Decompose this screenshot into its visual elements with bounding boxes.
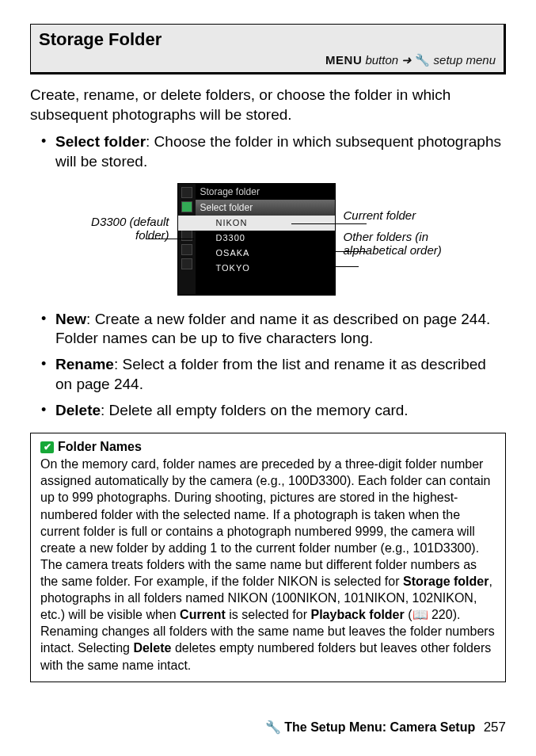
figure-area: D3300 (default folder) Storage folder Se…	[30, 183, 506, 296]
note-text: is selected for	[226, 608, 311, 621]
callout-other-folders: Other folders (in alphabetical order)	[344, 230, 462, 257]
lcd-top-label: Storage folder	[178, 184, 335, 200]
callout-current-folder: Current folder	[344, 208, 462, 222]
bullet-label: Delete	[55, 402, 101, 418]
note-bold: Delete	[133, 641, 171, 655]
page-footer: 🔧 The Setup Menu: Camera Setup 257	[265, 720, 506, 735]
bullet-list-top: Select folder: Choose the folder in whic…	[30, 132, 506, 171]
note-bold: Playback folder	[310, 608, 404, 621]
page-number: 257	[484, 720, 506, 735]
bullet-text: : Delete all empty folders on the memory…	[101, 402, 409, 418]
bullet-rename: Rename: Select a folder from the list an…	[44, 355, 506, 394]
setup-menu-label: setup menu	[430, 53, 496, 67]
note-text: On the memory card, folder names are pre…	[40, 457, 490, 588]
note-title: Folder Names	[58, 440, 142, 454]
menu-path: MENU button ➜ 🔧 setup menu	[39, 50, 496, 69]
note-title-row: ✔ Folder Names	[40, 440, 496, 454]
note-box: ✔ Folder Names On the memory card, folde…	[30, 433, 506, 682]
menu-word: MENU	[325, 53, 362, 67]
callout-line	[315, 251, 367, 252]
bullet-label: Select folder	[55, 133, 146, 150]
intro-text: Create, rename, or delete folders, or ch…	[30, 86, 506, 124]
note-bold: Current	[180, 608, 226, 621]
button-word: button	[362, 53, 398, 67]
bullet-label: New	[55, 311, 86, 327]
bullet-list-bottom: New: Create a new folder and name it as …	[30, 310, 506, 420]
bullet-text: : Select a folder from the list and rena…	[55, 356, 486, 392]
wrench-icon: 🔧	[415, 53, 430, 67]
section-header-box: Storage Folder MENU button ➜ 🔧 setup men…	[30, 24, 506, 74]
check-icon: ✔	[40, 441, 54, 453]
lcd-row: OSAKA	[178, 246, 335, 261]
bullet-text: : Create a new folder and name it as des…	[55, 311, 490, 347]
callout-line	[291, 223, 367, 224]
note-bold: Storage folder	[403, 575, 488, 588]
lcd-header: Select folder	[178, 200, 335, 216]
lcd-row: D3300	[178, 231, 335, 246]
wrench-icon: 🔧	[265, 720, 281, 734]
lcd-row: TOKYO	[178, 261, 335, 276]
bullet-new: New: Create a new folder and name it as …	[44, 310, 506, 349]
arrow-icon: ➜	[398, 53, 415, 67]
callout-line	[146, 239, 194, 239]
callout-left: D3300 (default folder)	[74, 183, 169, 242]
note-body: On the memory card, folder names are pre…	[40, 456, 496, 673]
callout-line	[315, 266, 359, 267]
bullet-label: Rename	[55, 356, 114, 372]
footer-title: The Setup Menu: Camera Setup	[284, 720, 475, 734]
camera-lcd: Storage folder Select folder NIKON D3300…	[177, 183, 336, 296]
bullet-select-folder: Select folder: Choose the folder in whic…	[44, 132, 506, 171]
section-title: Storage Folder	[39, 29, 496, 50]
bullet-delete: Delete: Delete all empty folders on the …	[44, 401, 506, 421]
